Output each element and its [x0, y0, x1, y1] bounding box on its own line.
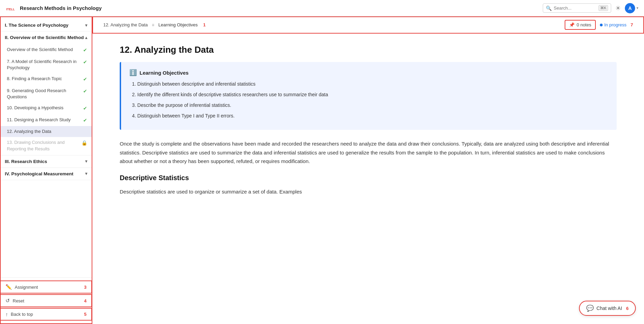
check-icon: ✔: [83, 59, 87, 66]
assignment-label: Assignment: [15, 285, 38, 290]
sidebar-item-9[interactable]: 9. Generating Good Research Questions ✔: [0, 85, 92, 102]
annotation-6: 6: [626, 306, 629, 311]
progress-dot: [600, 24, 603, 26]
theme-toggle-button[interactable]: ☀: [615, 4, 621, 12]
sidebar-item-label: 10. Developing a Hypothesis: [7, 105, 83, 111]
learning-objectives-title: Learning Objectives: [140, 70, 188, 76]
chat-label: Chat with AI: [596, 306, 622, 311]
annotation-5: 5: [84, 312, 87, 317]
sidebar-item-label: 12. Analyzing the Data: [7, 128, 87, 135]
breadcrumb-right: 📌 0 notes In progress 7: [565, 20, 633, 30]
info-icon: ℹ️: [129, 69, 137, 76]
sidebar-bottom: ✏️ Assignment 3 ↺ Reset 4 ↑ Back to top …: [0, 277, 92, 324]
navbar-right: 🔍 ⌘K ☀ A ▾: [543, 3, 639, 13]
chevron-down-icon: ▾: [636, 6, 639, 10]
learning-item-2: 2. Identify the different kinds of descr…: [129, 91, 608, 98]
check-icon: ✔: [83, 47, 87, 54]
learning-item-1: 1. Distinguish between descriptive and i…: [129, 80, 608, 88]
sidebar-section-3: III. Research Ethics ▾: [0, 155, 92, 168]
annotation-3: 3: [84, 285, 87, 290]
navbar: ITELL Research Methods in Psychology 🔍 ⌘…: [0, 0, 644, 16]
arrow-up-icon: ↑: [5, 311, 8, 317]
sidebar-item-11[interactable]: 11. Designing a Research Study ✔: [0, 114, 92, 126]
check-icon: ✔: [83, 76, 87, 83]
user-menu[interactable]: A ▾: [625, 3, 639, 13]
app-title: Research Methods in Psychology: [20, 5, 102, 11]
learning-item-4: 4. Distinguish between Type I and Type I…: [129, 112, 608, 120]
breadcrumb-separator: ≡: [152, 23, 154, 27]
sidebar-section-1: I. The Science of Psychology ▾: [0, 19, 92, 32]
reset-icon: ↺: [5, 298, 10, 304]
search-icon: 🔍: [546, 5, 552, 11]
assignment-button[interactable]: ✏️ Assignment 3: [0, 281, 92, 294]
learning-item-3: 3. Describe the purpose of inferential s…: [129, 102, 608, 109]
sidebar-section-header-4[interactable]: IV. Psychological Measurement ▾: [0, 168, 92, 180]
sidebar-item-label: 7. A Model of Scientific Research in Psy…: [7, 59, 83, 71]
sidebar-item-10[interactable]: 10. Developing a Hypothesis ✔: [0, 102, 92, 114]
content-title: 12. Analyzing the Data: [120, 45, 617, 55]
back-to-top-button[interactable]: ↑ Back to top 5: [0, 308, 92, 321]
logo: ITELL: [5, 3, 16, 14]
content-scroll: 12. Analyzing the Data ℹ️ Learning Objec…: [92, 34, 644, 324]
sidebar-item-label: 13. Drawing Conclusions and Reporting th…: [7, 139, 81, 152]
sidebar-section-label-3: III. Research Ethics: [5, 159, 47, 164]
pencil-icon: ✏️: [5, 284, 12, 290]
sidebar-section-2-items: Overview of the Scientific Method ✔ 7. A…: [0, 43, 92, 155]
sidebar-item-label: 11. Designing a Research Study: [7, 117, 83, 123]
pin-icon: 📌: [569, 22, 575, 27]
chat-icon: 💬: [586, 304, 594, 312]
body-paragraph: Once the study is complete and the obser…: [120, 139, 617, 166]
annotation-1: 1: [203, 22, 206, 27]
annotation-7: 7: [631, 22, 633, 27]
chevron-down-icon: ▾: [85, 171, 87, 176]
sidebar-section-header-2[interactable]: II. Overview of the Scientific Method ▴: [0, 32, 92, 43]
check-icon: ✔: [83, 88, 87, 95]
sidebar-item-13[interactable]: 13. Drawing Conclusions and Reporting th…: [0, 137, 92, 154]
sidebar-section-header-3[interactable]: III. Research Ethics ▾: [0, 155, 92, 167]
content-area: 12. Analyzing the Data ≡ Learning Object…: [92, 16, 644, 324]
reset-button[interactable]: ↺ Reset 4: [0, 294, 92, 307]
search-box[interactable]: 🔍 ⌘K: [543, 3, 611, 13]
sidebar-section-label-2: II. Overview of the Scientific Method: [5, 35, 84, 40]
check-icon: ✔: [83, 117, 87, 124]
notes-button[interactable]: 📌 0 notes: [565, 20, 596, 30]
chevron-up-icon: ▴: [85, 35, 87, 40]
chat-with-ai-button[interactable]: 💬 Chat with AI 6: [579, 301, 636, 316]
annotation-4: 4: [84, 298, 87, 303]
chevron-down-icon: ▾: [85, 23, 87, 28]
progress-badge[interactable]: In progress: [600, 22, 627, 27]
sidebar-item-label: 9. Generating Good Research Questions: [7, 88, 83, 100]
sidebar-section-label-4: IV. Psychological Measurement: [5, 171, 74, 176]
search-input[interactable]: [554, 5, 596, 11]
sidebar: I. The Science of Psychology ▾ II. Overv…: [0, 16, 92, 324]
avatar: A: [625, 3, 635, 13]
chevron-down-icon: ▾: [85, 159, 87, 164]
sidebar-item-12[interactable]: 12. Analyzing the Data: [0, 126, 92, 137]
sidebar-item-label: 8. Finding a Research Topic: [7, 76, 83, 82]
descriptive-stats-title: Descriptive Statistics: [120, 174, 617, 182]
search-kbd-hint: ⌘K: [599, 5, 608, 11]
learning-objectives-box: ℹ️ Learning Objectives 1. Distinguish be…: [120, 62, 617, 130]
reset-label: Reset: [13, 298, 24, 303]
check-icon: ✔: [83, 105, 87, 112]
navbar-left: ITELL Research Methods in Psychology: [5, 3, 102, 14]
sidebar-item-overview[interactable]: Overview of the Scientific Method ✔: [0, 44, 92, 56]
breadcrumb-section: Learning Objectives: [158, 22, 198, 27]
sidebar-section-label-1: I. The Science of Psychology: [5, 23, 68, 28]
breadcrumb-bar: 12. Analyzing the Data ≡ Learning Object…: [92, 16, 644, 34]
progress-label: In progress: [604, 22, 627, 27]
breadcrumb-left: 12. Analyzing the Data ≡ Learning Object…: [103, 22, 206, 27]
svg-text:ITELL: ITELL: [6, 8, 15, 11]
sidebar-section-header-1[interactable]: I. The Science of Psychology ▾: [0, 19, 92, 31]
main-layout: I. The Science of Psychology ▾ II. Overv…: [0, 16, 644, 324]
sidebar-section-2: II. Overview of the Scientific Method ▴ …: [0, 32, 92, 155]
sidebar-item-8[interactable]: 8. Finding a Research Topic ✔: [0, 73, 92, 85]
breadcrumb-page: 12. Analyzing the Data: [103, 22, 148, 27]
sidebar-item-7[interactable]: 7. A Model of Scientific Research in Psy…: [0, 56, 92, 73]
sidebar-nav: I. The Science of Psychology ▾ II. Overv…: [0, 16, 92, 277]
sidebar-section-4: IV. Psychological Measurement ▾: [0, 168, 92, 180]
section-paragraph: Descriptive statistics are used to organ…: [120, 187, 617, 196]
sidebar-item-label: Overview of the Scientific Method: [7, 47, 83, 53]
lock-icon: 🔒: [81, 140, 87, 147]
back-to-top-label: Back to top: [11, 312, 33, 317]
